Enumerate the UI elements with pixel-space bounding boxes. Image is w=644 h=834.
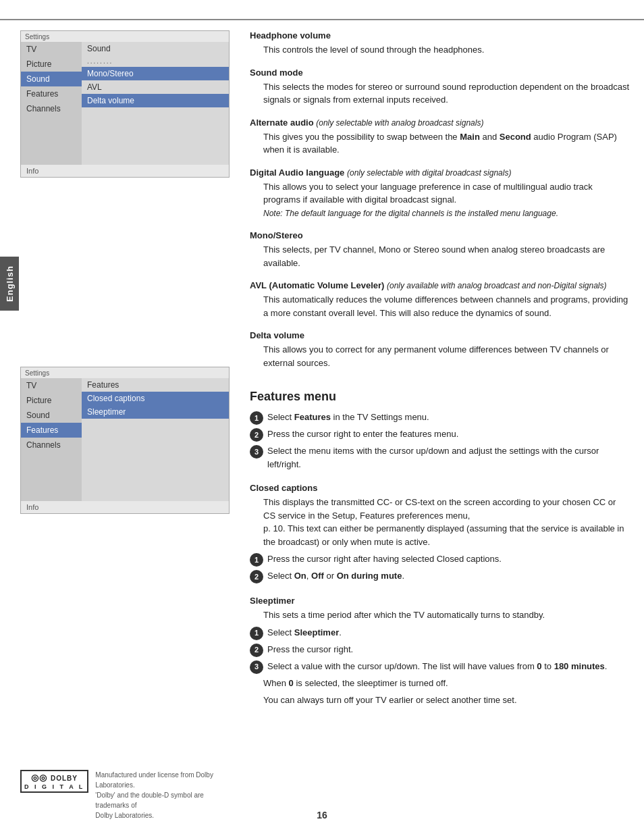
sleep-step-1: 1 Select Sleeptimer. (250, 626, 630, 640)
page-number: 16 (317, 810, 327, 820)
right-empty2 (82, 120, 229, 132)
dolby-logo-box: ◎◎ DOLBY D I G I T A L (20, 770, 88, 793)
right-dots: ........ (82, 55, 229, 67)
right-empty4 (82, 144, 229, 156)
section-mono-body: This selects, per TV channel, Mono or St… (263, 243, 630, 269)
dolby-dd: ◎◎ DOLBY (24, 773, 84, 783)
dolby-digital: D I G I T A L (24, 783, 84, 791)
section-avl-title: AVL (Automatic Volume Leveler) (only ava… (250, 280, 630, 290)
features-step-2: 2 Press the cursor right to enter the fe… (250, 427, 630, 442)
cc-step-2-text: Select On, Off or On during mute. (267, 569, 404, 583)
right2-empty5 (82, 467, 229, 479)
menu-item-tv-2[interactable]: TV (21, 378, 82, 393)
menu-item-empty1 (21, 116, 82, 128)
left-col-1: TV Picture Sound Features Channels (21, 42, 82, 165)
section-avl-body: This automatically reduces the volume di… (263, 293, 630, 319)
features-step-3-text: Select the menu items with the cursor up… (267, 444, 630, 471)
english-label: English (5, 265, 15, 302)
menu-item-sound-2[interactable]: Sound (21, 408, 82, 423)
cc-step-1: 1 Press the cursor right after having se… (250, 552, 630, 567)
top-border (0, 19, 644, 20)
menu-item-features-2[interactable]: Features (21, 423, 82, 438)
sleep-step-2: 2 Press the cursor right. (250, 643, 630, 657)
features-step-1: 1 Select Features in the TV Settings men… (250, 411, 630, 425)
right-panel: Headphone volume This controls the level… (250, 30, 630, 711)
menu-item2-empty2 (21, 465, 82, 477)
right-delta-volume[interactable]: Delta volume (82, 94, 229, 107)
right2-empty1 (82, 419, 229, 431)
right-heading-features: Features (82, 378, 229, 392)
menu-item-channels-2[interactable]: Channels (21, 438, 82, 452)
cc-step-1-text: Press the cursor right after having sele… (267, 552, 502, 566)
sleep-note-1: When 0 is selected, the sleeptimer is tu… (263, 677, 630, 690)
right2-empty6 (82, 479, 229, 492)
section-cc-title: Closed captions (250, 483, 630, 493)
section-altaudio-title: Alternate audio (only selectable with an… (250, 118, 630, 128)
dolby-caption: Manufactured under license from Dolby La… (95, 770, 230, 820)
settings-row-1: TV Picture Sound Features Channels Sound… (21, 42, 229, 165)
step-num-2: 2 (250, 428, 263, 442)
menu-item-picture-1[interactable]: Picture (21, 57, 82, 72)
menu-item-sound-1[interactable]: Sound (21, 72, 82, 86)
right-empty1 (82, 107, 229, 120)
sleep-step-2-text: Press the cursor right. (267, 643, 353, 656)
left-panel: Settings TV Picture Sound Features Chann… (20, 30, 243, 534)
right-mono-stereo[interactable]: Mono/Stereo (82, 67, 229, 80)
section-soundmode-title: Sound mode (250, 68, 630, 78)
step-num-3: 3 (250, 445, 263, 459)
cc-step-num-1: 1 (250, 553, 263, 567)
menu-item2-empty4 (21, 489, 82, 501)
section-soundmode-body: This selects the modes for stereo or sur… (263, 80, 630, 107)
sleep-step-3: 3 Select a value with the cursor up/down… (250, 660, 630, 674)
section-delta-body: This allows you to correct for any perma… (263, 343, 630, 369)
section-sleep-title: Sleeptimer (250, 596, 630, 606)
menu-item-picture-2[interactable]: Picture (21, 393, 82, 408)
sleep-step-1-text: Select Sleeptimer. (267, 626, 342, 640)
english-tab: English (0, 257, 19, 311)
section-delta-title: Delta volume (250, 330, 630, 340)
section-headphone-title: Headphone volume (250, 30, 630, 41)
sleep-step-3-text: Select a value with the cursor up/down. … (267, 660, 607, 673)
menu-item-empty4 (21, 153, 82, 165)
settings-menu-2: Settings TV Picture Sound Features Chann… (20, 367, 230, 514)
features-menu-heading: Features menu (250, 390, 630, 404)
menu-item2-empty1 (21, 452, 82, 465)
menu-item-tv-1[interactable]: TV (21, 42, 82, 57)
right-sleeptimer[interactable]: Sleeptimer (82, 405, 229, 419)
menu-item-features-1[interactable]: Features (21, 86, 82, 101)
right-closed-captions[interactable]: Closed captions (82, 392, 229, 405)
right2-empty4 (82, 455, 229, 467)
section-headphone-body: This controls the level of sound through… (263, 43, 630, 57)
features-step-2-text: Press the cursor right to enter the feat… (267, 427, 458, 441)
features-step-1-text: Select Features in the TV Settings menu. (267, 411, 429, 424)
sleep-note-2: You can always turn off your TV earlier … (263, 694, 630, 707)
sleep-step-num-3: 3 (250, 660, 263, 674)
left-col-2: TV Picture Sound Features Channels (21, 378, 82, 501)
menu-item-channels-1[interactable]: Channels (21, 101, 82, 116)
step-num-1: 1 (250, 411, 263, 425)
right-col-1: Sound ........ Mono/Stereo AVL Delta vol… (82, 42, 229, 165)
info-row-2: Info (21, 501, 229, 513)
settings-menu-1: Settings TV Picture Sound Features Chann… (20, 30, 230, 178)
section-digitalaudio-title: Digital Audio language (only selectable … (250, 167, 630, 178)
section-altaudio-body: This gives you the possibility to swap b… (263, 130, 630, 157)
menu-item-empty3 (21, 140, 82, 153)
sleep-step-num-2: 2 (250, 644, 263, 657)
dolby-area: ◎◎ DOLBY D I G I T A L Manufactured unde… (20, 770, 230, 820)
right-col-2: Features Closed captions Sleeptimer (82, 378, 229, 501)
right2-empty2 (82, 431, 229, 443)
section-mono-title: Mono/Stereo (250, 230, 630, 240)
section-sleep-body: This sets a time period after which the … (263, 608, 630, 622)
right-avl[interactable]: AVL (82, 80, 229, 94)
settings-row-2: TV Picture Sound Features Channels Featu… (21, 378, 229, 501)
settings-title-1: Settings (21, 31, 229, 42)
settings-title-2: Settings (21, 367, 229, 378)
info-row-1: Info (21, 165, 229, 177)
cc-step-2: 2 Select On, Off or On during mute. (250, 569, 630, 583)
cc-step-num-2: 2 (250, 570, 263, 583)
section-cc-body: This displays the transmitted CC- or CS-… (263, 496, 630, 548)
menu-item-empty2 (21, 128, 82, 140)
right-empty3 (82, 132, 229, 144)
right-heading-sound: Sound (82, 42, 229, 55)
menu-item2-empty3 (21, 477, 82, 489)
